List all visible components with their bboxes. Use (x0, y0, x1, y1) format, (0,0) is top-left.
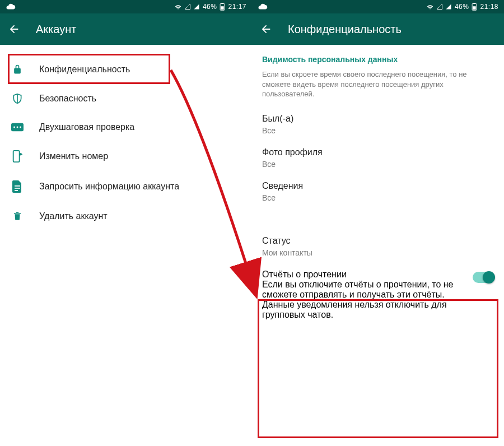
item-label: Конфиденциальность (39, 64, 130, 75)
svg-rect-1 (222, 3, 223, 4)
pref-value: Все (262, 193, 494, 202)
battery-icon (472, 3, 477, 11)
app-bar: Аккаунт (0, 13, 252, 45)
item-label: Изменить номер (39, 151, 108, 161)
item-request-info[interactable]: Запросить информацию аккаунта (0, 171, 252, 202)
pref-value: Все (262, 126, 494, 135)
item-delete-account[interactable]: Удалить аккаунт (0, 202, 252, 231)
signal-empty-icon (184, 3, 191, 10)
svg-point-5 (17, 127, 18, 128)
pref-title: Сведения (262, 181, 494, 191)
signal-icon (445, 3, 452, 10)
item-security[interactable]: Безопасность (0, 84, 252, 113)
lock-icon (11, 64, 24, 75)
item-label: Безопасность (39, 94, 96, 104)
wifi-icon (426, 3, 434, 11)
item-label: Запросить информацию аккаунта (39, 182, 179, 192)
item-label: Удалить аккаунт (39, 211, 108, 221)
arrow-left-icon (8, 23, 20, 35)
screen-account: 46% 21:17 Аккаунт Конфиденциальность Без (0, 0, 252, 446)
pref-title: Статус (262, 236, 494, 246)
section-header: Видимость персональных данных (252, 45, 504, 69)
back-button[interactable] (8, 23, 20, 35)
pref-about[interactable]: Сведения Все (252, 173, 504, 207)
app-bar: Конфиденциальность (252, 13, 504, 45)
sim-swap-icon (11, 150, 24, 162)
status-icons (426, 3, 452, 11)
pref-read-receipts[interactable]: Отчёты о прочтении Если вы отключите отч… (252, 262, 504, 324)
arrow-left-icon (260, 23, 272, 35)
pref-title: Отчёты о прочтении (262, 270, 466, 280)
pref-profile-photo[interactable]: Фото профиля Все (252, 140, 504, 173)
svg-rect-7 (13, 151, 20, 162)
cloud-icon (258, 2, 268, 12)
section-description: Если вы скроете время своего последнего … (252, 69, 504, 106)
back-button[interactable] (260, 23, 272, 35)
status-bar: 46% 21:18 (252, 0, 504, 13)
svg-rect-2 (221, 6, 224, 10)
page-title: Аккаунт (36, 23, 76, 36)
screen-privacy: 46% 21:18 Конфиденциальность Видимость п… (252, 0, 504, 446)
toggle-switch[interactable] (473, 272, 494, 283)
shield-icon (11, 93, 24, 104)
status-bar: 46% 21:17 (0, 0, 252, 13)
pref-title: Фото профиля (262, 147, 494, 157)
svg-rect-13 (473, 6, 476, 10)
battery-text: 46% (455, 3, 469, 11)
svg-rect-12 (474, 3, 475, 4)
pref-last-seen[interactable]: Был(-а) Все (252, 106, 504, 140)
svg-rect-10 (15, 190, 18, 191)
svg-point-6 (20, 127, 21, 128)
account-list: Конфиденциальность Безопасность Двухшаго… (0, 45, 252, 231)
item-privacy[interactable]: Конфиденциальность (0, 55, 252, 84)
svg-rect-8 (15, 185, 20, 187)
clock-text: 21:17 (228, 3, 246, 11)
clock-text: 21:18 (480, 3, 498, 11)
dots-icon (11, 123, 24, 132)
pref-value: Мои контакты (262, 248, 494, 257)
item-two-step[interactable]: Двухшаговая проверка (0, 113, 252, 141)
document-icon (11, 180, 24, 193)
item-change-number[interactable]: Изменить номер (0, 141, 252, 171)
signal-empty-icon (436, 3, 443, 10)
pref-title: Был(-а) (262, 114, 494, 124)
svg-point-4 (13, 127, 15, 128)
battery-icon (220, 3, 225, 11)
pref-description: Если вы отключите отчёты о прочтении, то… (262, 280, 466, 320)
trash-icon (11, 211, 24, 222)
page-title: Конфиденциальность (288, 23, 402, 36)
pref-status[interactable]: Статус Мои контакты (252, 228, 504, 262)
status-icons (174, 3, 200, 11)
svg-rect-9 (15, 188, 20, 189)
battery-text: 46% (203, 3, 217, 11)
item-label: Двухшаговая проверка (39, 122, 134, 132)
wifi-icon (174, 3, 182, 11)
pref-value: Все (262, 160, 494, 169)
signal-icon (193, 3, 200, 10)
cloud-icon (6, 2, 16, 12)
toggle-knob (483, 271, 495, 284)
